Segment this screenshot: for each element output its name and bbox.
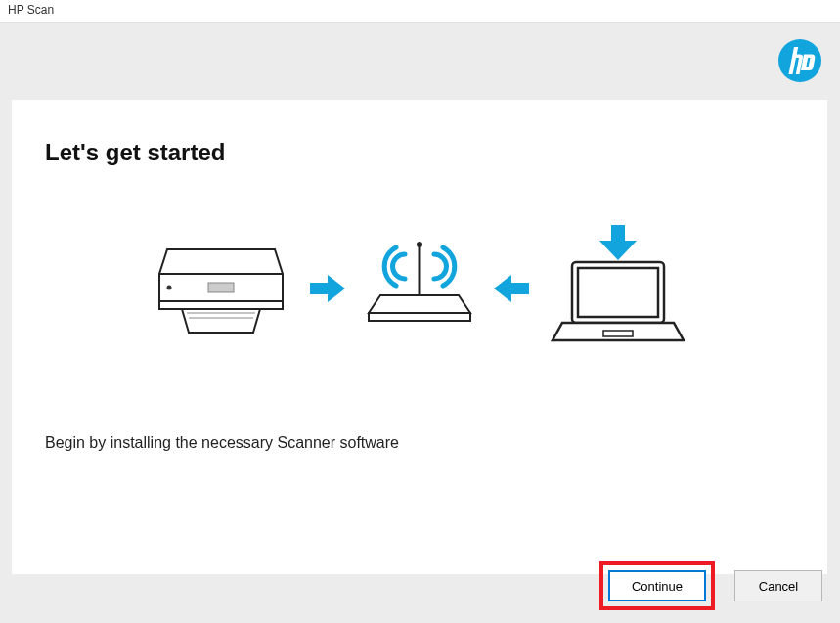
hp-logo-icon <box>777 38 822 87</box>
laptop-download-icon <box>545 225 691 356</box>
cancel-button[interactable]: Cancel <box>734 570 822 601</box>
main-panel: Let's get started <box>12 100 827 574</box>
title-bar: HP Scan <box>0 0 840 23</box>
footer-buttons: Continue Cancel <box>599 561 822 610</box>
svg-rect-1 <box>159 301 283 309</box>
continue-highlight-box: Continue <box>599 561 715 610</box>
printer-icon <box>148 235 294 346</box>
svg-rect-3 <box>208 283 234 292</box>
page-title: Let's get started <box>45 139 794 166</box>
arrow-right-icon <box>310 275 345 306</box>
arrow-left-icon <box>494 275 529 306</box>
svg-point-2 <box>167 286 172 290</box>
router-wifi-icon <box>361 235 478 346</box>
svg-point-5 <box>417 242 422 247</box>
svg-rect-7 <box>578 268 658 317</box>
instructions-text: Begin by installing the necessary Scanne… <box>45 434 794 452</box>
setup-graphics-row <box>136 225 703 356</box>
content-area: Let's get started <box>0 23 840 623</box>
app-title: HP Scan <box>8 3 54 17</box>
svg-rect-8 <box>603 331 633 336</box>
continue-button[interactable]: Continue <box>608 570 706 601</box>
